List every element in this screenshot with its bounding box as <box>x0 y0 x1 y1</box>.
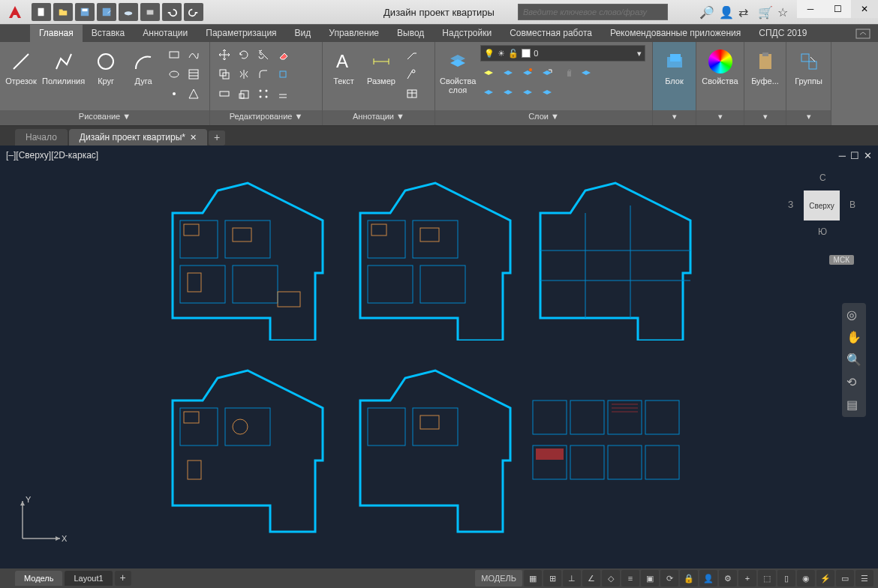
mirror-icon[interactable] <box>236 66 252 82</box>
text-button[interactable]: AТекст <box>327 45 360 86</box>
tab-annotation[interactable]: Аннотации <box>134 25 197 42</box>
viewcube-south[interactable]: Ю <box>818 226 827 237</box>
status-grid-icon[interactable]: ▦ <box>524 570 542 586</box>
erase-icon[interactable] <box>275 46 291 63</box>
draw-panel-title[interactable]: Рисование ▼ <box>0 110 209 125</box>
minimize-button[interactable]: ─ <box>797 0 824 18</box>
layout-layout1[interactable]: Layout1 <box>65 571 112 586</box>
tab-home[interactable]: Главная <box>30 25 83 42</box>
status-cycle-icon[interactable]: ⟳ <box>660 570 678 586</box>
block-button[interactable]: Блок <box>658 45 691 86</box>
vp-close-icon[interactable]: ✕ <box>864 150 872 161</box>
point-icon[interactable] <box>166 86 182 102</box>
status-cleanscreen-icon[interactable]: ▭ <box>836 570 854 586</box>
ucs-icon[interactable]: X Y <box>15 494 68 546</box>
tab-manage[interactable]: Управление <box>320 25 388 42</box>
status-annomonitor-icon[interactable]: + <box>738 570 756 586</box>
tab-featured[interactable]: Рекомендованные приложения <box>601 25 750 42</box>
ellipse-icon[interactable] <box>166 66 182 82</box>
viewcube-west[interactable]: З <box>788 200 793 210</box>
orbit-icon[interactable]: ⟲ <box>846 375 861 390</box>
polyline-button[interactable]: Полилиния <box>42 45 85 86</box>
status-units-icon[interactable]: ⬚ <box>758 570 776 586</box>
status-isolate-icon[interactable]: ◉ <box>797 570 815 586</box>
status-polar-icon[interactable]: ∠ <box>582 570 600 586</box>
tab-drawing[interactable]: Дизайн проект квартиры*✕ <box>69 129 207 146</box>
trim-icon[interactable] <box>255 46 272 63</box>
copy-icon[interactable] <box>216 66 233 82</box>
circle-button[interactable]: Круг <box>89 45 122 86</box>
scale-icon[interactable] <box>236 86 252 102</box>
drawing-canvas[interactable]: [–][Сверху][2D-каркас] ─ ☐ ✕ С Ю В З Све… <box>0 146 878 568</box>
status-annoscale-icon[interactable]: 🔒 <box>680 570 698 586</box>
status-quickprops-icon[interactable]: ▯ <box>777 570 795 586</box>
viewport-label[interactable]: [–][Сверху][2D-каркас] <box>6 150 98 160</box>
zoom-icon[interactable]: 🔍 <box>846 352 861 368</box>
layer-tool9-icon[interactable] <box>519 84 536 100</box>
block-panel-expand[interactable]: ▾ <box>653 110 696 125</box>
viewcube[interactable]: С Ю В З Сверху <box>788 168 855 250</box>
region-icon[interactable] <box>185 86 202 102</box>
viewcube-north[interactable]: С <box>819 172 826 183</box>
layer-tool5-icon[interactable] <box>558 64 575 81</box>
layer-tool1-icon[interactable] <box>480 64 497 81</box>
new-layout-button[interactable]: + <box>115 571 131 586</box>
close-button[interactable]: ✕ <box>851 0 878 18</box>
layer-tool3-icon[interactable] <box>519 64 536 81</box>
explode-icon[interactable] <box>275 66 291 82</box>
exchange-icon[interactable]: ⇄ <box>738 5 752 19</box>
status-model[interactable]: МОДЕЛЬ <box>475 570 522 586</box>
wcs-label[interactable]: МСК <box>829 255 854 265</box>
array-icon[interactable] <box>255 86 272 102</box>
layer-tool8-icon[interactable] <box>500 84 516 100</box>
qat-redo-icon[interactable] <box>184 3 203 21</box>
layerprops-button[interactable]: Свойства слоя <box>440 45 476 94</box>
table-icon[interactable] <box>404 86 420 102</box>
modify-panel-title[interactable]: Редактирование ▼ <box>210 110 322 125</box>
qat-cloud-icon[interactable] <box>119 3 138 21</box>
layer-tool6-icon[interactable] <box>578 64 594 81</box>
qat-new-icon[interactable] <box>32 3 51 21</box>
qat-open-icon[interactable] <box>53 3 73 21</box>
layers-panel-title[interactable]: Слои ▼ <box>435 110 652 125</box>
tab-collab[interactable]: Совместная работа <box>501 25 601 42</box>
groups-button[interactable]: Группы <box>792 45 825 86</box>
qat-save-icon[interactable] <box>75 3 95 21</box>
status-workspace-icon[interactable]: ⚙ <box>719 570 737 586</box>
close-tab-icon[interactable]: ✕ <box>190 133 197 142</box>
tab-insert[interactable]: Вставка <box>83 25 134 42</box>
qat-plot-icon[interactable] <box>140 3 160 21</box>
vp-restore-icon[interactable]: ☐ <box>850 150 859 161</box>
status-hardware-icon[interactable]: ⚡ <box>816 570 834 586</box>
layout-model[interactable]: Модель <box>15 571 62 586</box>
move-icon[interactable] <box>216 46 233 63</box>
tab-output[interactable]: Вывод <box>388 25 433 42</box>
viewcube-east[interactable]: В <box>849 200 855 210</box>
status-customize-icon[interactable]: ☰ <box>855 570 873 586</box>
clipboard-panel-expand[interactable]: ▾ <box>744 110 786 125</box>
steering-wheel-icon[interactable]: ◎ <box>846 308 861 322</box>
layer-tool10-icon[interactable] <box>539 84 555 100</box>
viewcube-face[interactable]: Сверху <box>804 190 840 220</box>
tab-start[interactable]: Начало <box>15 129 68 146</box>
status-snap-icon[interactable]: ⊞ <box>543 570 561 586</box>
app-logo[interactable] <box>5 2 26 22</box>
rect-icon[interactable] <box>166 46 182 63</box>
search-input[interactable] <box>518 4 668 20</box>
clipboard-button[interactable]: Буфе... <box>749 45 782 86</box>
showmotion-icon[interactable]: ▤ <box>846 398 861 412</box>
maximize-button[interactable]: ☐ <box>824 0 851 18</box>
leader2-icon[interactable] <box>404 66 420 82</box>
cart-icon[interactable]: 🛒 <box>758 5 771 19</box>
fillet-icon[interactable] <box>255 66 272 82</box>
tab-addons[interactable]: Надстройки <box>433 25 501 42</box>
properties-button[interactable]: Свойства <box>702 45 738 86</box>
spline-icon[interactable] <box>185 46 202 63</box>
favorite-icon[interactable]: ☆ <box>777 5 791 19</box>
status-osnap-icon[interactable]: ◇ <box>602 570 620 586</box>
pan-icon[interactable]: ✋ <box>846 330 861 345</box>
status-annovisibility-icon[interactable]: 👤 <box>699 570 717 586</box>
layer-dropdown[interactable]: 💡 ☀ 🔓 0 ▾ <box>480 45 645 62</box>
vp-minimize-icon[interactable]: ─ <box>839 150 846 161</box>
status-lineweight-icon[interactable]: ≡ <box>621 570 639 586</box>
